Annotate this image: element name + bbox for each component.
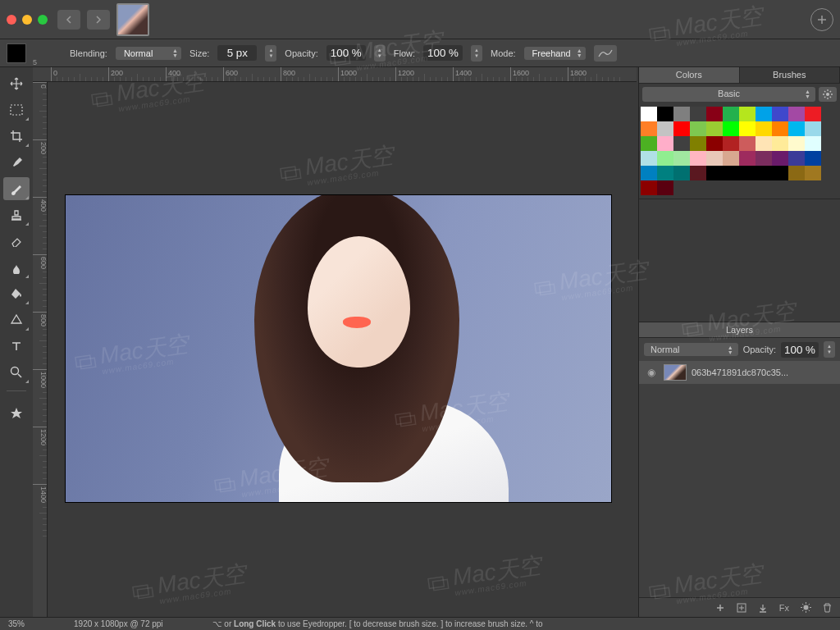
size-input[interactable] (217, 45, 257, 61)
smudge-tool[interactable] (3, 256, 30, 279)
color-swatch[interactable] (805, 151, 821, 166)
size-stepper[interactable]: ▲▼ (265, 45, 276, 62)
color-swatch[interactable] (690, 121, 706, 136)
flow-input[interactable] (423, 45, 463, 61)
marquee-tool[interactable] (3, 98, 30, 121)
colors-tab[interactable]: Colors (639, 67, 740, 83)
color-swatch[interactable] (756, 166, 772, 180)
color-swatch[interactable] (772, 151, 788, 166)
stamp-tool[interactable] (3, 203, 30, 226)
nav-forward-button[interactable] (87, 10, 110, 30)
mode-select[interactable]: Freehand▲▼ (524, 47, 586, 60)
add-mask-icon[interactable] (737, 603, 746, 613)
favorites-tool[interactable] (3, 402, 30, 425)
stroke-options-button[interactable] (594, 45, 617, 62)
color-swatch[interactable] (772, 121, 788, 136)
brushes-tab[interactable]: Brushes (740, 67, 841, 83)
minimize-window[interactable] (22, 15, 32, 25)
color-swatch[interactable] (788, 166, 805, 180)
layer-opacity-input[interactable] (781, 342, 819, 358)
color-swatch[interactable] (657, 136, 673, 151)
color-swatch[interactable] (706, 136, 723, 151)
color-swatch[interactable] (723, 166, 739, 180)
layer-thumbnail[interactable] (664, 364, 687, 381)
color-swatch[interactable] (739, 121, 756, 136)
color-swatch[interactable] (805, 107, 821, 121)
blending-mode-select[interactable]: Normal▲▼ (116, 47, 181, 60)
color-swatch[interactable] (723, 136, 739, 151)
color-swatch[interactable] (706, 121, 723, 136)
color-swatch[interactable] (739, 166, 756, 180)
layer-opacity-stepper[interactable]: ▲▼ (824, 341, 835, 358)
color-swatch[interactable] (641, 180, 657, 195)
add-document-button[interactable] (810, 8, 833, 31)
shape-tool[interactable] (3, 308, 30, 331)
color-swatch[interactable] (756, 121, 772, 136)
color-swatch[interactable] (673, 107, 690, 121)
delete-layer-icon[interactable] (823, 603, 832, 613)
text-tool[interactable] (3, 335, 30, 358)
color-swatch[interactable] (788, 121, 805, 136)
color-swatch[interactable] (706, 166, 723, 180)
layer-visibility-icon[interactable]: ◉ (644, 367, 659, 378)
color-swatch[interactable] (641, 136, 657, 151)
color-swatch[interactable] (723, 151, 739, 166)
color-swatch[interactable] (772, 107, 788, 121)
color-swatch[interactable] (788, 136, 805, 151)
document-canvas[interactable] (66, 195, 611, 502)
color-swatch[interactable] (706, 107, 723, 121)
color-swatch[interactable] (641, 166, 657, 180)
color-swatch[interactable] (739, 136, 756, 151)
color-swatch[interactable] (772, 136, 788, 151)
color-swatch[interactable] (723, 121, 739, 136)
color-swatch[interactable] (756, 151, 772, 166)
color-swatch[interactable] (772, 166, 788, 180)
color-swatch[interactable] (657, 166, 673, 180)
palette-preset-select[interactable]: Basic▲▼ (642, 87, 815, 102)
color-swatch[interactable] (739, 151, 756, 166)
color-swatch[interactable] (756, 107, 772, 121)
color-swatch[interactable] (739, 107, 756, 121)
color-swatch[interactable] (805, 136, 821, 151)
layer-row[interactable]: ◉ 063b471891dc870c35... (639, 361, 840, 384)
color-swatch[interactable] (690, 166, 706, 180)
layer-adjust-icon[interactable] (801, 602, 811, 613)
color-swatch[interactable] (673, 121, 690, 136)
palette-settings-button[interactable] (819, 87, 837, 102)
color-swatch[interactable] (805, 121, 821, 136)
document-thumbnail[interactable] (116, 3, 149, 36)
foreground-color-swatch[interactable] (7, 43, 26, 63)
color-swatch[interactable] (805, 166, 821, 180)
color-swatch[interactable] (641, 107, 657, 121)
color-swatch[interactable] (690, 136, 706, 151)
zoom-tool[interactable] (3, 361, 30, 384)
zoom-level[interactable]: 35% (8, 619, 25, 628)
color-swatch[interactable] (657, 180, 673, 195)
color-swatch[interactable] (690, 107, 706, 121)
color-swatch[interactable] (641, 121, 657, 136)
layers-tab[interactable]: Layers (639, 322, 840, 338)
color-swatch[interactable] (723, 107, 739, 121)
eraser-tool[interactable] (3, 230, 30, 253)
zoom-window[interactable] (38, 15, 48, 25)
color-swatch[interactable] (657, 151, 673, 166)
nav-back-button[interactable] (57, 10, 80, 30)
merge-down-icon[interactable] (758, 603, 768, 613)
color-swatch[interactable] (657, 107, 673, 121)
canvas-area[interactable] (48, 82, 637, 617)
close-window[interactable] (7, 15, 16, 25)
layer-fx-icon[interactable]: Fx (779, 603, 789, 613)
eyedropper-tool[interactable] (3, 151, 30, 174)
paint-bucket-tool[interactable] (3, 282, 30, 305)
color-swatch[interactable] (673, 166, 690, 180)
color-swatch[interactable] (756, 136, 772, 151)
color-swatch[interactable] (657, 121, 673, 136)
flow-stepper[interactable]: ▲▼ (471, 45, 482, 62)
color-swatch[interactable] (673, 151, 690, 166)
brush-tool[interactable] (3, 177, 30, 200)
color-swatch[interactable] (788, 151, 805, 166)
color-swatch[interactable] (788, 107, 805, 121)
move-tool[interactable] (3, 72, 30, 95)
opacity-stepper[interactable]: ▲▼ (374, 45, 386, 62)
color-swatch[interactable] (673, 136, 690, 151)
